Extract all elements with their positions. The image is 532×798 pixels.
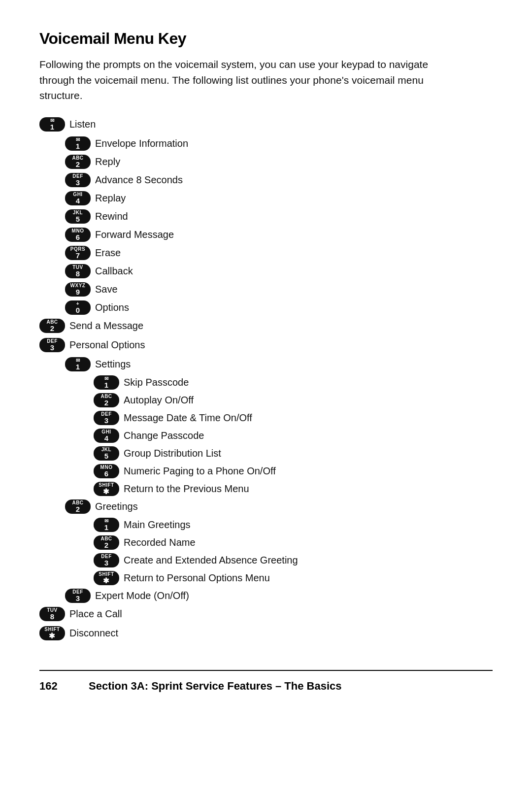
list-item: TUV8Place a Call <box>39 607 493 621</box>
key-badge: ✉1 <box>94 375 119 390</box>
list-item: ABC2Reply <box>65 155 493 169</box>
list-item: JKL5Group Distribution List <box>94 446 493 461</box>
list-item: JKL5Rewind <box>65 209 493 224</box>
item-label: Advance 8 Seconds <box>95 174 183 186</box>
item-label: Recorded Name <box>124 537 196 548</box>
sub-menu-list: ✉1Main GreetingsABC2Recorded NameDEF3Cre… <box>39 518 493 585</box>
key-badge: ✉1 <box>94 518 119 532</box>
item-label: Skip Passcode <box>124 377 189 388</box>
key-badge: DEF3 <box>94 411 119 425</box>
item-label: Replay <box>95 193 126 204</box>
list-item: GHI4Replay <box>65 191 493 205</box>
key-badge: PQRS7 <box>65 246 91 260</box>
list-item: + 0Options <box>65 300 493 315</box>
list-item: DEF3Advance 8 Seconds <box>65 173 493 187</box>
key-badge: ABC2 <box>65 155 91 169</box>
list-item: WXYZ9Save <box>65 282 493 297</box>
item-label: Forward Message <box>95 229 174 240</box>
footer-section-title: Section 3A: Sprint Service Features – Th… <box>89 680 342 693</box>
footer-page-number: 162 <box>39 680 69 693</box>
item-label: Options <box>95 302 129 313</box>
list-item: ✉1Skip Passcode <box>94 375 493 390</box>
item-label: Create and Extended Absence Greeting <box>124 555 298 566</box>
item-label: Change Passcode <box>124 430 204 441</box>
list-item: TUV8Callback <box>65 264 493 278</box>
key-badge: + 0 <box>65 300 91 315</box>
list-item: Shift✱Return to Personal Options Menu <box>94 571 493 585</box>
item-label: Envelope Information <box>95 138 188 149</box>
key-badge: ✉1 <box>65 136 91 151</box>
item-label: Message Date & Time On/Off <box>124 412 252 424</box>
key-badge: ABC2 <box>39 319 65 333</box>
list-item: PQRS7Erase <box>65 246 493 260</box>
item-label: Settings <box>95 359 131 370</box>
list-item: ABC2Send a Message <box>39 319 493 333</box>
key-badge: ABC2 <box>94 535 119 550</box>
key-badge: GHI4 <box>94 429 119 443</box>
list-item: ✉1Settings <box>65 357 493 371</box>
page-title: Voicemail Menu Key <box>39 30 493 48</box>
key-badge: Shift✱ <box>94 571 119 585</box>
sub-menu-list: ✉1Envelope InformationABC2ReplyDEF3Advan… <box>39 136 493 315</box>
list-item: ✉1Listen <box>39 117 493 132</box>
key-badge: TUV8 <box>65 264 91 278</box>
item-label: Place a Call <box>69 608 122 620</box>
item-label: Return to Personal Options Menu <box>124 572 270 584</box>
key-badge: DEF3 <box>39 338 65 352</box>
item-label: Reply <box>95 156 120 167</box>
key-badge: ABC2 <box>65 499 91 514</box>
list-item: DEF3Message Date & Time On/Off <box>94 411 493 425</box>
key-badge: Shift✱ <box>94 482 119 496</box>
list-item: Shift✱Disconnect <box>39 626 493 640</box>
item-label: Listen <box>69 119 96 130</box>
item-label: Greetings <box>95 501 138 512</box>
item-label: Personal Options <box>69 339 145 351</box>
key-badge: ✉1 <box>39 117 65 132</box>
item-label: Callback <box>95 266 133 277</box>
key-badge: MNO6 <box>94 464 119 478</box>
key-badge: ✉1 <box>65 357 91 371</box>
list-item: ABC2Recorded Name <box>94 535 493 550</box>
key-badge: DEF3 <box>65 173 91 187</box>
item-label: Expert Mode (On/Off) <box>95 590 189 601</box>
list-item: DEF3Expert Mode (On/Off) <box>65 589 493 603</box>
list-item: DEF3Create and Extended Absence Greeting <box>94 553 493 567</box>
sub-menu-list: ✉1Skip PasscodeABC2Autoplay On/OffDEF3Me… <box>39 375 493 496</box>
list-item: ABC2Greetings <box>65 499 493 514</box>
page-footer: 162 Section 3A: Sprint Service Features … <box>39 670 493 693</box>
intro-paragraph: Following the prompts on the voicemail s… <box>39 57 463 103</box>
item-label: Numeric Paging to a Phone On/Off <box>124 466 276 477</box>
key-badge: JKL5 <box>94 446 119 461</box>
sub-menu-list: ✉1Settings✉1Skip PasscodeABC2Autoplay On… <box>39 357 493 603</box>
item-label: Group Distribution List <box>124 448 221 459</box>
key-badge: JKL5 <box>65 209 91 224</box>
item-label: Autoplay On/Off <box>124 395 194 406</box>
voicemail-menu-list: ✉1Listen✉1Envelope InformationABC2ReplyD… <box>39 117 493 640</box>
list-item: MNO6Numeric Paging to a Phone On/Off <box>94 464 493 478</box>
key-badge: TUV8 <box>39 607 65 621</box>
list-item: Shift✱Return to the Previous Menu <box>94 482 493 496</box>
list-item: ✉1Envelope Information <box>65 136 493 151</box>
item-label: Send a Message <box>69 320 143 332</box>
key-badge: MNO6 <box>65 228 91 242</box>
list-item: GHI4Change Passcode <box>94 429 493 443</box>
item-label: Erase <box>95 247 121 259</box>
item-label: Rewind <box>95 211 128 222</box>
list-item: MNO6Forward Message <box>65 228 493 242</box>
item-label: Disconnect <box>69 628 118 639</box>
list-item: ABC2Autoplay On/Off <box>94 393 493 407</box>
item-label: Save <box>95 284 118 295</box>
list-item: ✉1Main Greetings <box>94 518 493 532</box>
key-badge: GHI4 <box>65 191 91 205</box>
key-badge: ABC2 <box>94 393 119 407</box>
key-badge: WXYZ9 <box>65 282 91 297</box>
list-item: DEF3Personal Options <box>39 338 493 352</box>
key-badge: Shift✱ <box>39 626 65 640</box>
item-label: Return to the Previous Menu <box>124 483 249 495</box>
key-badge: DEF3 <box>65 589 91 603</box>
key-badge: DEF3 <box>94 553 119 567</box>
item-label: Main Greetings <box>124 519 191 531</box>
